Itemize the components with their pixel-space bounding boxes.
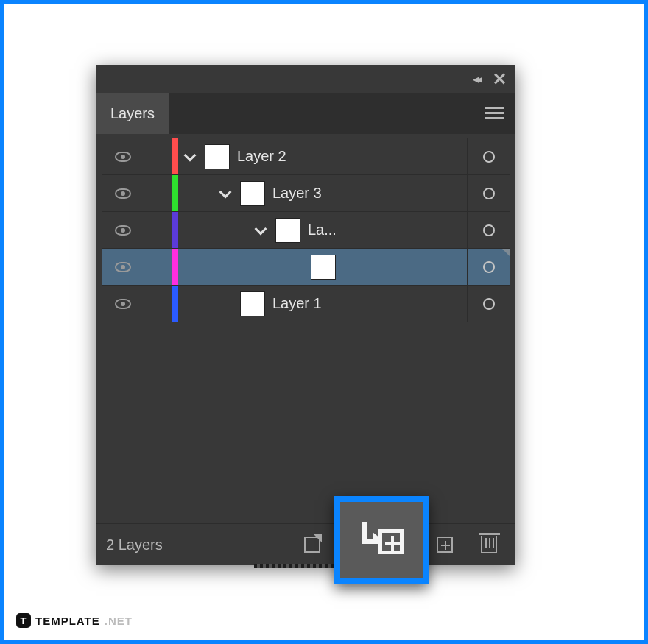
panel-bottom-bar: 2 Layers	[96, 523, 515, 565]
indent-spacer	[178, 212, 249, 248]
eye-icon	[115, 152, 131, 162]
delete-layer-button[interactable]	[473, 528, 505, 561]
layer-thumbnail	[275, 218, 300, 243]
layer-row[interactable]: Layer 2	[102, 138, 510, 175]
target-indicator[interactable]	[467, 286, 510, 322]
layer-name-label[interactable]: Layer 3	[272, 185, 467, 202]
branding-name-bold: TEMPLATE	[35, 615, 100, 627]
layer-row[interactable]: La...	[102, 212, 510, 249]
branding-logo: T	[16, 613, 31, 628]
indent-spacer	[178, 286, 214, 322]
layer-name-label[interactable]: Layer 1	[272, 295, 467, 312]
layer-color-strip	[172, 175, 178, 211]
eye-icon	[115, 262, 131, 272]
visibility-toggle[interactable]	[102, 249, 144, 285]
panel-controls-row: ◂◂	[96, 65, 515, 93]
callout-new-sublayer[interactable]	[334, 496, 429, 584]
lock-column[interactable]	[144, 286, 172, 322]
lock-column[interactable]	[144, 249, 172, 285]
layers-list: Layer 2Layer 3La...Layer 1	[96, 134, 515, 322]
disclosure-toggle[interactable]	[249, 227, 272, 233]
trash-icon	[481, 536, 497, 553]
layers-panel: ◂◂ Layers Layer 2Layer 3La...Layer 1 2 L…	[96, 65, 515, 565]
visibility-toggle[interactable]	[102, 175, 144, 211]
tab-bar-remainder	[169, 93, 515, 134]
new-sublayer-icon	[359, 522, 404, 559]
collapse-panel-icon[interactable]: ◂◂	[473, 72, 480, 86]
target-indicator[interactable]	[467, 249, 510, 285]
target-ring-icon	[483, 298, 495, 310]
new-layer-button[interactable]	[429, 528, 461, 561]
eye-icon	[115, 188, 131, 199]
new-layer-icon	[437, 537, 453, 553]
lock-column[interactable]	[144, 212, 172, 248]
visibility-toggle[interactable]	[102, 212, 144, 248]
branding-footer: T TEMPLATE.NET	[16, 613, 133, 628]
layer-color-strip	[172, 138, 178, 174]
layer-row[interactable]	[102, 249, 510, 286]
layer-name-label[interactable]: Layer 2	[237, 148, 467, 165]
layer-name-label[interactable]: La...	[308, 222, 467, 238]
chevron-down-icon	[255, 222, 267, 235]
popout-icon	[304, 537, 320, 553]
popout-button[interactable]	[296, 528, 328, 561]
layer-color-strip	[172, 286, 178, 322]
close-panel-icon[interactable]	[493, 73, 505, 85]
target-ring-icon	[483, 151, 495, 163]
layer-thumbnail	[311, 255, 336, 280]
target-indicator[interactable]	[467, 138, 510, 174]
tab-layers-label: Layers	[110, 105, 155, 122]
target-indicator[interactable]	[467, 175, 510, 211]
lock-column[interactable]	[144, 175, 172, 211]
branding-name-dim: .NET	[105, 615, 133, 627]
visibility-toggle[interactable]	[102, 138, 144, 174]
panel-flyout-menu-icon[interactable]	[485, 107, 504, 120]
chevron-down-icon	[184, 149, 197, 161]
layer-row[interactable]: Layer 1	[102, 286, 510, 322]
eye-icon	[115, 225, 131, 236]
layer-count-status: 2 Layers	[106, 537, 163, 553]
branding-logo-letter: T	[21, 615, 27, 626]
target-indicator[interactable]	[467, 212, 510, 248]
indent-spacer	[178, 175, 214, 211]
layer-thumbnail	[240, 181, 265, 206]
layer-row[interactable]: Layer 3	[102, 175, 510, 212]
layer-thumbnail	[240, 291, 265, 316]
layer-thumbnail	[205, 144, 230, 169]
target-ring-icon	[483, 188, 495, 199]
disclosure-toggle[interactable]	[178, 154, 202, 160]
chevron-down-icon	[219, 185, 232, 198]
tab-layers[interactable]: Layers	[96, 93, 169, 134]
visibility-toggle[interactable]	[102, 286, 144, 322]
panel-tab-bar: Layers	[96, 93, 515, 134]
eye-icon	[115, 299, 131, 309]
layer-color-strip	[172, 212, 178, 248]
target-ring-icon	[483, 224, 495, 236]
target-ring-icon	[483, 261, 495, 273]
disclosure-toggle[interactable]	[214, 191, 237, 197]
layer-color-strip	[172, 249, 178, 285]
indent-spacer	[178, 249, 284, 285]
lock-column[interactable]	[144, 138, 172, 174]
